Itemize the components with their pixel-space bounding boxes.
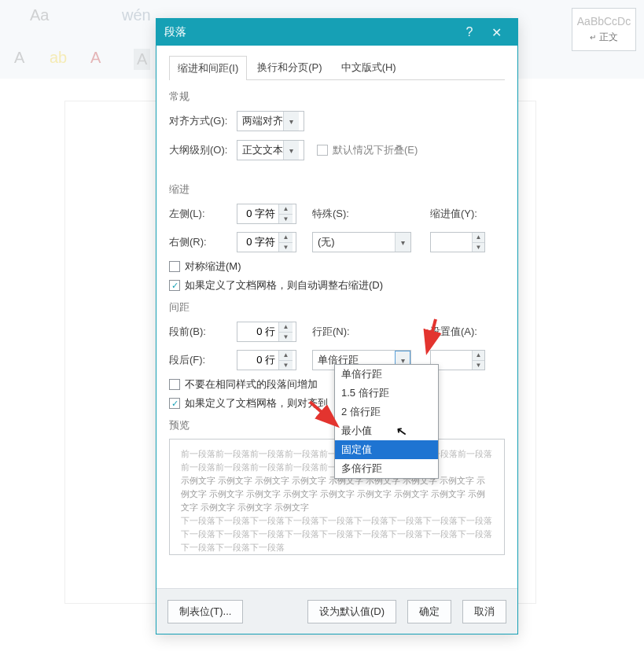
special-indent-label: 特殊(S): bbox=[312, 207, 349, 221]
preview-sample-text: 示例文字 示例文字 示例文字 示例文字 示例文字 示例文字 示例文字 示例文字 … bbox=[181, 474, 493, 514]
section-indent: 缩进 bbox=[169, 182, 505, 197]
auto-adjust-indent-checkbox[interactable]: 如果定义了文档网格，则自动调整右缩进(D) bbox=[169, 278, 505, 292]
mirror-indents-label: 对称缩进(M) bbox=[185, 259, 241, 274]
indent-right-input[interactable] bbox=[237, 233, 278, 252]
style-name: ↵ 正文 bbox=[572, 31, 635, 44]
no-space-same-style-label: 不要在相同样式的段落间增加 bbox=[185, 377, 318, 392]
svg-line-0 bbox=[428, 319, 436, 349]
font-color-icon: A bbox=[90, 49, 101, 67]
highlight-icon: ab bbox=[50, 49, 67, 67]
spinner-down-icon[interactable]: ▼ bbox=[473, 361, 484, 370]
line-spacing-option-exactly[interactable]: 固定值 bbox=[335, 440, 438, 459]
outline-level-label: 大纲级别(O): bbox=[169, 143, 237, 157]
space-before-input[interactable] bbox=[237, 322, 278, 341]
indent-by-label: 缩进值(Y): bbox=[430, 207, 477, 221]
dialog-footer: 制表位(T)... 设为默认值(D) 确定 取消 bbox=[156, 588, 517, 634]
alignment-label: 对齐方式(G): bbox=[169, 114, 237, 128]
space-after-label: 段后(F): bbox=[169, 353, 237, 367]
mirror-indents-checkbox[interactable]: 对称缩进(M) bbox=[169, 259, 505, 274]
line-spacing-option-single[interactable]: 单倍行距 bbox=[335, 365, 438, 384]
tab-indent-spacing[interactable]: 缩进和间距(I) bbox=[169, 56, 247, 80]
space-after-input[interactable] bbox=[237, 351, 278, 370]
wordart-icon: A bbox=[14, 49, 24, 67]
font-picker-icon: Aa bbox=[30, 6, 49, 24]
annotation-arrow-2 bbox=[305, 397, 352, 433]
phonetic-icon: wén bbox=[122, 6, 151, 24]
tab-asian-typography[interactable]: 中文版式(H) bbox=[333, 55, 405, 79]
indent-left-label: 左侧(L): bbox=[169, 207, 237, 221]
indent-left-spinner[interactable]: ▲▼ bbox=[237, 204, 296, 224]
close-button[interactable]: ✕ bbox=[483, 25, 510, 40]
spinner-up-icon[interactable]: ▲ bbox=[473, 351, 484, 361]
chevron-down-icon: ▾ bbox=[395, 233, 410, 252]
chevron-down-icon: ▾ bbox=[283, 112, 299, 131]
spinner-down-icon[interactable]: ▼ bbox=[279, 215, 293, 224]
space-after-spinner[interactable]: ▲▼ bbox=[237, 350, 296, 370]
checkbox-icon bbox=[317, 145, 328, 156]
space-before-label: 段前(B): bbox=[169, 325, 237, 339]
spinner-down-icon[interactable]: ▼ bbox=[279, 333, 293, 342]
preview-next-paragraph: 下一段落下一段落下一段落下一段落下一段落下一段落下一段落下一段落下一段落下一段落… bbox=[181, 514, 493, 554]
cancel-button[interactable]: 取消 bbox=[462, 600, 506, 623]
section-general: 常规 bbox=[169, 90, 505, 104]
annotation-arrow-1 bbox=[396, 313, 443, 360]
spinner-up-icon[interactable]: ▲ bbox=[279, 322, 293, 333]
svg-line-1 bbox=[310, 402, 335, 424]
alignment-combo[interactable]: 两端对齐 ▾ bbox=[237, 111, 304, 131]
line-spacing-label: 行距(N): bbox=[312, 325, 350, 339]
checkbox-icon bbox=[169, 261, 180, 272]
outline-level-combo[interactable]: 正文文本 ▾ bbox=[237, 140, 304, 160]
checkbox-icon bbox=[169, 379, 180, 390]
spinner-down-icon[interactable]: ▼ bbox=[279, 243, 293, 252]
set-default-button[interactable]: 设为默认值(D) bbox=[307, 600, 396, 623]
help-button[interactable]: ? bbox=[456, 25, 483, 39]
style-sample: AaBbCcDc bbox=[572, 15, 635, 28]
indent-by-input[interactable] bbox=[431, 233, 472, 252]
collapse-default-label: 默认情况下折叠(E) bbox=[333, 143, 418, 157]
auto-adjust-indent-label: 如果定义了文档网格，则自动调整右缩进(D) bbox=[185, 278, 383, 292]
dialog-tabs: 缩进和间距(I) 换行和分页(P) 中文版式(H) bbox=[169, 55, 505, 80]
indent-right-label: 右侧(R): bbox=[169, 235, 237, 249]
space-before-spinner[interactable]: ▲▼ bbox=[237, 322, 296, 342]
shading-icon: A bbox=[134, 49, 150, 70]
chevron-down-icon: ▾ bbox=[283, 141, 299, 160]
indent-left-input[interactable] bbox=[237, 204, 278, 223]
spinner-up-icon[interactable]: ▲ bbox=[473, 233, 484, 243]
checkbox-icon bbox=[169, 398, 180, 409]
dialog-titlebar: 段落 ? ✕ bbox=[156, 19, 517, 46]
line-spacing-option-multiple[interactable]: 多倍行距 bbox=[335, 459, 438, 478]
spinner-down-icon[interactable]: ▼ bbox=[279, 361, 293, 370]
checkbox-icon bbox=[169, 280, 180, 291]
indent-by-spinner[interactable]: ▲▼ bbox=[430, 232, 485, 252]
spinner-up-icon[interactable]: ▲ bbox=[279, 351, 293, 361]
tabs-button[interactable]: 制表位(T)... bbox=[167, 600, 243, 623]
ok-button[interactable]: 确定 bbox=[407, 600, 451, 623]
spinner-down-icon[interactable]: ▼ bbox=[473, 243, 484, 252]
dialog-title: 段落 bbox=[164, 25, 456, 39]
special-indent-select[interactable]: (无) ▾ bbox=[312, 232, 411, 252]
spinner-up-icon[interactable]: ▲ bbox=[279, 233, 293, 243]
indent-right-spinner[interactable]: ▲▼ bbox=[237, 232, 296, 252]
paragraph-dialog: 段落 ? ✕ 缩进和间距(I) 换行和分页(P) 中文版式(H) 常规 对齐方式… bbox=[156, 18, 518, 634]
section-spacing: 间距 bbox=[169, 300, 505, 314]
style-normal[interactable]: AaBbCcDc ↵ 正文 bbox=[572, 8, 636, 51]
spinner-up-icon[interactable]: ▲ bbox=[279, 204, 293, 215]
tab-line-page-breaks[interactable]: 换行和分页(P) bbox=[248, 55, 330, 79]
collapse-default-checkbox: 默认情况下折叠(E) bbox=[317, 143, 418, 157]
